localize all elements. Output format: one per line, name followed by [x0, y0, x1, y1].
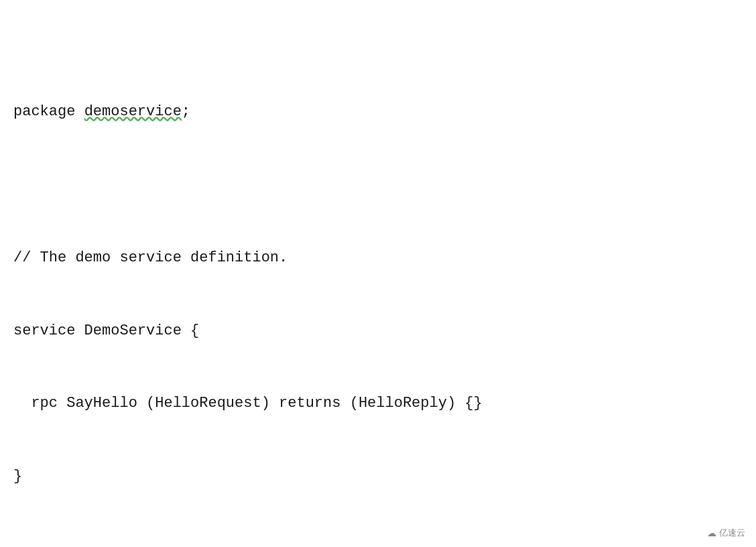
code-block: package demoservice; // The demo service…	[0, 0, 756, 547]
watermark-icon: ☁	[707, 528, 716, 538]
code-line-1: package demoservice;	[13, 100, 743, 124]
watermark-text: 亿速云	[719, 527, 745, 539]
code-line-3: // The demo service definition.	[13, 246, 743, 270]
code-line-4: service DemoService {	[13, 319, 743, 343]
code-line-2	[13, 173, 743, 197]
squiggle-demoservice: demoservice	[84, 103, 182, 120]
code-line-7	[13, 538, 743, 547]
code-line-6: }	[13, 465, 743, 489]
watermark: ☁ 亿速云	[707, 527, 745, 539]
code-line-5: rpc SayHello (HelloRequest) returns (Hel…	[13, 391, 743, 416]
